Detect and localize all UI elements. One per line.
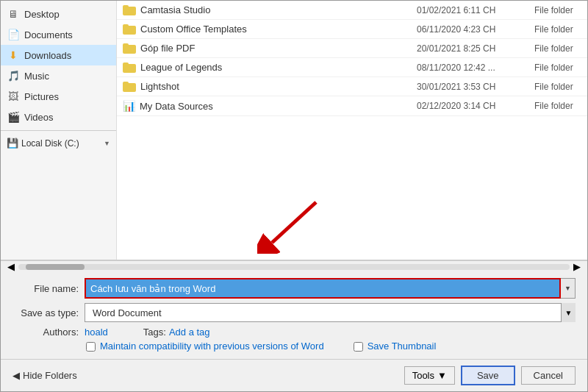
table-row[interactable]: Camtasia Studio01/02/2021 6:11 CHFile fo…: [117, 1, 587, 20]
sidebar-item-videos-label: Videos: [24, 112, 54, 123]
sidebar-item-downloads[interactable]: ⬇ Downloads: [1, 45, 116, 65]
file-name: Lightshot: [140, 81, 179, 92]
folder-icon: [123, 82, 136, 92]
hide-folders-icon: ◀: [12, 370, 20, 381]
downloads-icon: ⬇: [7, 49, 20, 62]
file-name: Custom Office Templates: [140, 24, 247, 35]
file-date: 30/01/2021 3:53 CH: [411, 78, 528, 96]
filename-row: File name: ▼: [12, 278, 576, 299]
maintain-checkbox-item: Maintain compatibility with previous ver…: [86, 341, 324, 353]
sidebar-item-desktop[interactable]: 🖥 Desktop: [1, 4, 116, 24]
maintain-label[interactable]: Maintain compatibility with previous ver…: [100, 341, 324, 353]
maintain-checkbox[interactable]: [86, 342, 96, 352]
file-type: File folder: [528, 21, 587, 38]
sidebar-item-pictures-label: Pictures: [24, 91, 59, 102]
scroll-left-btn[interactable]: ◀: [4, 261, 18, 272]
sidebar-item-documents[interactable]: 📄 Documents: [1, 24, 116, 45]
file-name: League of Legends: [140, 62, 222, 73]
table-row[interactable]: 📊My Data Sources02/12/2020 3:14 CHFile f…: [117, 96, 587, 116]
scrollbar-track[interactable]: [18, 264, 570, 270]
videos-icon: 🎬: [7, 110, 20, 124]
file-rows-container: Camtasia Studio01/02/2021 6:11 CHFile fo…: [117, 1, 587, 116]
horizontal-scrollbar[interactable]: ◀ ▶: [1, 260, 587, 272]
sidebar-item-music-label: Music: [24, 71, 49, 82]
folder-icon: [123, 43, 136, 54]
documents-icon: 📄: [7, 28, 20, 41]
file-browser: 🖥 Desktop 📄 Documents ⬇ Downloads 🎵 Musi…: [1, 1, 587, 260]
thumbnail-checkbox[interactable]: [354, 342, 363, 352]
file-name: Góp file PDF: [140, 43, 195, 54]
pictures-icon: 🖼: [7, 90, 20, 103]
scroll-right-btn[interactable]: ▶: [570, 261, 584, 272]
scrollbar-thumb[interactable]: [26, 264, 85, 270]
file-date: 02/12/2020 3:14 CH: [411, 97, 528, 115]
cancel-button[interactable]: Cancel: [521, 366, 576, 385]
file-date: 08/11/2020 12:42 ...: [411, 59, 528, 76]
sidebar-item-desktop-label: Desktop: [24, 9, 60, 20]
savetype-select-wrapper: Word Document ▼: [85, 303, 576, 322]
file-type: File folder: [528, 1, 587, 19]
savetype-label: Save as type:: [12, 307, 79, 318]
tags-section: Tags: Add a tag: [143, 327, 210, 338]
save-button[interactable]: Save: [461, 366, 515, 385]
tags-value[interactable]: Add a tag: [169, 327, 210, 338]
filename-dropdown-btn[interactable]: ▼: [561, 278, 576, 299]
savetype-select[interactable]: Word Document: [85, 303, 576, 322]
hide-folders-label: Hide Folders: [23, 370, 77, 381]
folder-icon: [123, 63, 136, 73]
sidebar: 🖥 Desktop 📄 Documents ⬇ Downloads 🎵 Musi…: [1, 1, 117, 260]
tags-label: Tags:: [143, 327, 166, 338]
file-list: Camtasia Studio01/02/2021 6:11 CHFile fo…: [117, 1, 587, 260]
tools-label: Tools: [412, 370, 434, 381]
filename-input[interactable]: [85, 278, 561, 299]
table-row[interactable]: Custom Office Templates06/11/2020 4:23 C…: [117, 20, 587, 39]
savetype-row: Save as type: Word Document ▼: [12, 303, 576, 322]
localdisk-label: Local Disk (C:): [21, 138, 79, 149]
file-name: Camtasia Studio: [140, 4, 210, 15]
chevron-icon: ▼: [104, 140, 110, 147]
authors-value[interactable]: hoald: [85, 327, 108, 338]
thumbnail-checkbox-item: Save Thumbnail: [354, 341, 437, 353]
sidebar-item-pictures[interactable]: 🖼 Pictures: [1, 86, 116, 107]
disk-icon: 💾: [7, 138, 18, 149]
authors-label: Authors:: [12, 327, 79, 338]
filename-label: File name:: [12, 283, 79, 294]
file-date: 06/11/2020 4:23 CH: [411, 21, 528, 38]
sidebar-item-videos[interactable]: 🎬 Videos: [1, 107, 116, 127]
folder-icon: [123, 5, 136, 15]
tools-button[interactable]: Tools ▼: [404, 366, 455, 385]
file-type: File folder: [528, 40, 587, 57]
file-type: File folder: [528, 59, 587, 76]
file-type: File folder: [528, 97, 587, 115]
sidebar-item-music[interactable]: 🎵 Music: [1, 65, 116, 86]
authors-tags-row: Authors: hoald Tags: Add a tag: [12, 327, 576, 338]
table-row[interactable]: Góp file PDF20/01/2021 8:25 CHFile folde…: [117, 39, 587, 58]
footer-buttons: Tools ▼ Save Cancel: [404, 366, 576, 385]
file-type: File folder: [528, 78, 587, 96]
table-row[interactable]: League of Legends08/11/2020 12:42 ...Fil…: [117, 58, 587, 77]
sidebar-item-downloads-label: Downloads: [24, 50, 71, 61]
filename-input-wrapper: ▼: [85, 278, 576, 299]
thumbnail-label[interactable]: Save Thumbnail: [368, 341, 437, 353]
sidebar-item-documents-label: Documents: [24, 29, 73, 40]
desktop-icon: 🖥: [7, 7, 20, 21]
table-row[interactable]: Lightshot30/01/2021 3:53 CHFile folder: [117, 77, 587, 96]
datasource-icon: 📊: [123, 100, 135, 112]
file-name: My Data Sources: [140, 101, 213, 112]
file-date: 20/01/2021 8:25 CH: [411, 40, 528, 57]
file-date: 01/02/2021 6:11 CH: [411, 1, 528, 19]
hide-folders-btn[interactable]: ◀ Hide Folders: [12, 370, 77, 381]
folder-icon: [123, 24, 136, 35]
footer: ◀ Hide Folders Tools ▼ Save Cancel: [1, 359, 587, 391]
tools-dropdown-icon: ▼: [437, 370, 447, 381]
bottom-form: File name: ▼ Save as type: Word Document…: [1, 272, 587, 359]
checkbox-row: Maintain compatibility with previous ver…: [12, 341, 576, 353]
music-icon: 🎵: [7, 69, 20, 82]
save-as-dialog: 🖥 Desktop 📄 Documents ⬇ Downloads 🎵 Musi…: [0, 0, 588, 392]
sidebar-item-localdisk[interactable]: 💾 Local Disk (C:) ▼: [1, 134, 116, 152]
